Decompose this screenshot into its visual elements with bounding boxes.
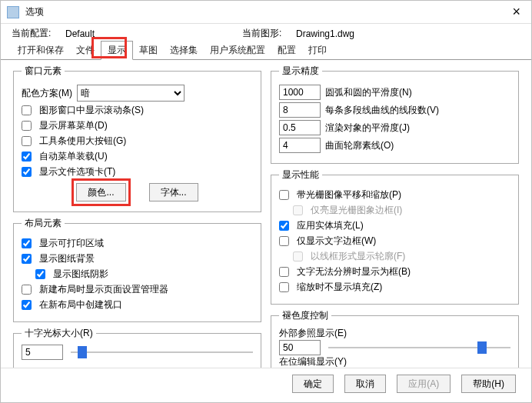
render-smooth-input[interactable] xyxy=(279,120,321,135)
legend-display-performance: 显示性能 xyxy=(279,168,322,182)
cb-paper-bg[interactable] xyxy=(22,254,32,264)
help-button[interactable]: 帮助(H) xyxy=(461,375,516,393)
group-crosshair: 十字光标大小(R) xyxy=(13,327,261,368)
tab-sketch[interactable]: 草图 xyxy=(133,42,164,59)
cancel-button[interactable]: 取消 xyxy=(344,375,386,393)
crosshair-value[interactable] xyxy=(22,345,63,360)
color-scheme-select[interactable]: 暗 xyxy=(77,85,185,102)
surface-contour-input[interactable] xyxy=(279,138,321,153)
current-profile-label: 当前配置: xyxy=(12,27,65,40)
tab-strip: 打开和保存 文件 显示 草图 选择集 用户系统配置 配置 打印 xyxy=(1,42,531,60)
tab-user-sys[interactable]: 用户系统配置 xyxy=(204,42,271,59)
tab-file[interactable]: 文件 xyxy=(70,42,101,59)
cb-wireframe-silhouette xyxy=(293,251,303,261)
window-title: 选项 xyxy=(22,5,507,18)
config-row: 当前配置: Default 当前图形: Drawing1.dwg xyxy=(1,24,531,42)
cb-paper-shadow[interactable] xyxy=(35,269,45,279)
titlebar: 选项 × xyxy=(1,1,531,24)
legend-window-elements: 窗口元素 xyxy=(22,65,65,78)
xref-fade-slider[interactable] xyxy=(328,340,510,355)
tab-config[interactable]: 配置 xyxy=(271,42,302,59)
color-scheme-label: 配色方案(M) xyxy=(22,87,72,100)
arc-smooth-input[interactable] xyxy=(279,85,321,100)
cb-highlight-raster-frame xyxy=(293,205,303,215)
cb-scrollbars[interactable] xyxy=(22,105,32,115)
legend-fade-control: 褪色度控制 xyxy=(279,309,331,322)
apply-button[interactable]: 应用(A) xyxy=(397,375,451,393)
cb-large-buttons[interactable] xyxy=(22,136,32,146)
legend-layout-elements: 布局元素 xyxy=(22,217,65,230)
legend-crosshair: 十字光标大小(R) xyxy=(22,327,96,340)
cb-text-frame-only[interactable] xyxy=(279,236,289,246)
current-profile-value: Default xyxy=(65,28,95,39)
colors-button[interactable]: 颜色... xyxy=(76,183,125,202)
current-drawing-label: 当前图形: xyxy=(242,27,296,40)
inplace-fade-label: 在位编辑显示(Y) xyxy=(279,355,510,368)
group-display-precision: 显示精度 圆弧和圆的平滑度(N) 每条多段线曲线的线段数(V) 渲染对象的平滑度… xyxy=(271,65,519,164)
current-drawing-value: Drawing1.dwg xyxy=(296,28,354,39)
cb-page-setup-mgr[interactable] xyxy=(22,285,32,295)
xref-fade-input[interactable] xyxy=(279,340,321,355)
group-window-elements: 窗口元素 配色方案(M) 暗 图形窗口中显示滚动条(S) 显示屏幕菜单(D) 工… xyxy=(13,65,261,212)
cb-auto-menu-load[interactable] xyxy=(22,152,32,162)
cb-printable-area[interactable] xyxy=(22,238,32,248)
fonts-button[interactable]: 字体... xyxy=(149,183,198,202)
cb-apply-solid-fill[interactable] xyxy=(279,221,289,231)
cb-pan-zoom-raster[interactable] xyxy=(279,190,289,200)
tab-print[interactable]: 打印 xyxy=(302,42,333,59)
legend-display-precision: 显示精度 xyxy=(279,65,322,78)
group-display-performance: 显示性能 带光栅图像平移和缩放(P) 仅亮显光栅图象边框(I) 应用实体填充(L… xyxy=(271,168,519,305)
options-dialog: 选项 × 当前配置: Default 当前图形: Drawing1.dwg 打开… xyxy=(0,0,532,403)
dialog-buttons: 确定 取消 应用(A) 帮助(H) xyxy=(1,368,531,402)
cb-file-tabs[interactable] xyxy=(22,167,32,177)
xref-fade-label: 外部参照显示(E) xyxy=(279,327,510,340)
tab-display[interactable]: 显示 xyxy=(101,41,133,60)
crosshair-slider[interactable] xyxy=(71,345,253,360)
cb-cannot-distinguish-text[interactable] xyxy=(279,267,289,277)
cb-screen-menu[interactable] xyxy=(22,121,32,131)
group-fade-control: 褪色度控制 外部参照显示(E) 在位编辑显示(Y) xyxy=(271,309,519,368)
polyline-segments-input[interactable] xyxy=(279,102,321,118)
tab-open-save[interactable]: 打开和保存 xyxy=(12,42,70,59)
cb-no-fill-on-zoom[interactable] xyxy=(279,282,289,292)
cb-viewport-new[interactable] xyxy=(22,300,32,310)
group-layout-elements: 布局元素 显示可打印区域 显示图纸背景 显示图纸阴影 新建布局时显示页面设置管理… xyxy=(13,217,261,322)
tab-selection[interactable]: 选择集 xyxy=(164,42,204,59)
ok-button[interactable]: 确定 xyxy=(292,375,334,393)
close-icon[interactable]: × xyxy=(507,4,525,20)
app-icon xyxy=(7,6,19,18)
